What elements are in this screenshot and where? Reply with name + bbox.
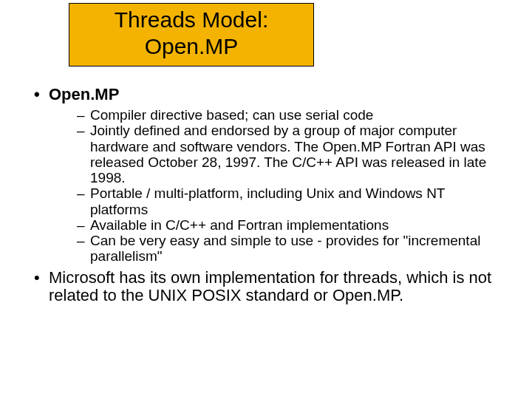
list-item-text: Available in C/C++ and Fortran implement… [90, 217, 389, 233]
list-item-text: Can be very easy and simple to use - pro… [90, 233, 480, 264]
list-item: –Can be very easy and simple to use - pr… [77, 233, 496, 265]
bullet-heading: •Open.MP [34, 85, 496, 104]
dash-icon: – [77, 217, 90, 233]
dash-icon: – [77, 233, 90, 248]
list-item-text: Compiler directive based; can use serial… [90, 107, 373, 123]
bullet-dot-icon: • [34, 85, 49, 104]
list-item: –Compiler directive based; can use seria… [77, 107, 496, 123]
title-line-2: Open.MP [145, 34, 239, 58]
dash-icon: – [77, 123, 90, 138]
dash-icon: – [77, 185, 90, 201]
bullet-second: •Microsoft has its own implementation fo… [34, 269, 496, 305]
list-item: –Portable / multi-platform, including Un… [77, 185, 496, 217]
bullet-second-text: Microsoft has its own implementation for… [49, 268, 491, 305]
list-item-text: Portable / multi-platform, including Uni… [90, 185, 445, 216]
list-item: –Available in C/C++ and Fortran implemen… [77, 217, 496, 233]
list-item-text: Jointly defined and endorsed by a group … [90, 123, 486, 185]
dash-icon: – [77, 107, 90, 123]
list-item: –Jointly defined and endorsed by a group… [77, 123, 496, 185]
bullet-dot-icon: • [34, 269, 49, 287]
bullet-heading-text: Open.MP [49, 85, 119, 103]
slide-title-box: Threads Model: Open.MP [69, 3, 314, 66]
slide-body: •Open.MP –Compiler directive based; can … [34, 85, 496, 305]
title-line-1: Threads Model: [115, 7, 268, 32]
sub-bullet-list: –Compiler directive based; can use seria… [34, 107, 496, 265]
